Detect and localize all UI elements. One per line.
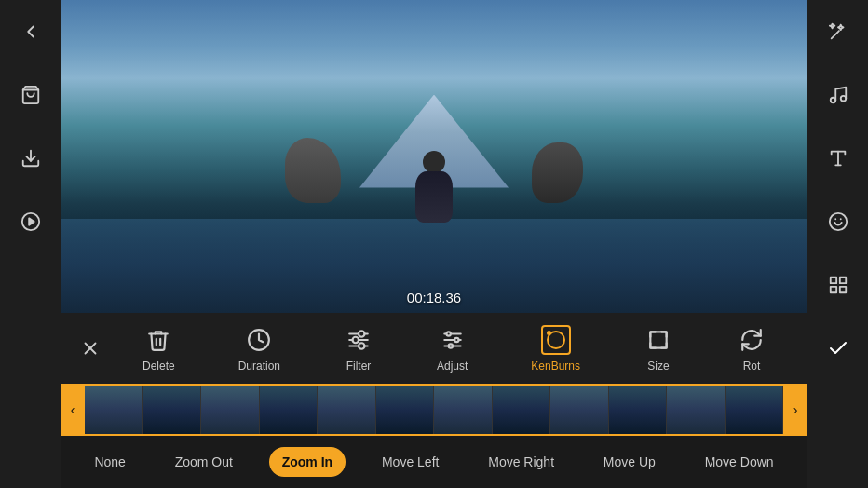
person-head <box>423 151 445 173</box>
svg-point-24 <box>840 96 846 102</box>
tool-kenburns[interactable]: KenBurns <box>523 319 588 378</box>
magic-button[interactable] <box>820 13 857 50</box>
option-move-up[interactable]: Move Up <box>590 447 669 477</box>
kenburns-label: KenBurns <box>531 359 580 373</box>
text-button[interactable] <box>820 140 857 177</box>
size-label: Size <box>647 359 669 373</box>
play-button[interactable] <box>12 203 49 240</box>
timeline-arrow-left[interactable]: ‹ <box>61 384 85 436</box>
timeline-frame <box>143 386 202 434</box>
download-button[interactable] <box>12 140 49 177</box>
svg-point-19 <box>446 332 450 335</box>
options-bar: None Zoom Out Zoom In Move Left Move Rig… <box>61 436 807 488</box>
time-display: 00:18.36 <box>407 290 461 305</box>
timeline-arrow-right[interactable]: › <box>783 384 807 436</box>
tool-delete[interactable]: Delete <box>135 319 183 378</box>
tool-size[interactable]: Size <box>636 319 681 378</box>
svg-point-27 <box>829 213 846 230</box>
tool-items: Delete Duration <box>111 319 798 378</box>
timeline-frame <box>609 386 668 434</box>
timeline-frame <box>726 386 784 434</box>
svg-rect-31 <box>839 278 845 283</box>
kenburns-icon <box>541 325 571 355</box>
svg-marker-3 <box>29 218 34 224</box>
timeline-frames <box>85 384 783 436</box>
svg-rect-30 <box>830 278 835 283</box>
shop-button[interactable] <box>12 76 49 114</box>
close-button[interactable] <box>70 328 111 369</box>
music-button[interactable] <box>820 76 857 114</box>
svg-point-23 <box>830 98 835 103</box>
filter-label: Filter <box>346 359 372 373</box>
timeline-frame <box>667 386 726 434</box>
clock-icon <box>244 325 274 355</box>
timeline-frame <box>434 386 493 434</box>
emoji-button[interactable] <box>820 203 857 240</box>
timeline-frame <box>85 386 143 434</box>
video-preview: 00:18.36 <box>61 0 807 313</box>
tool-duration[interactable]: Duration <box>231 319 288 378</box>
template-button[interactable] <box>820 266 857 304</box>
option-none[interactable]: None <box>81 447 138 477</box>
adjust-label: Adjust <box>437 359 468 373</box>
tool-adjust[interactable]: Adjust <box>429 319 475 378</box>
option-move-left[interactable]: Move Left <box>369 447 452 477</box>
filter-icon <box>344 325 373 355</box>
rot-label: Rot <box>743 359 761 373</box>
left-sidebar <box>0 0 61 488</box>
option-move-right[interactable]: Move Right <box>475 447 567 477</box>
main-content: 00:18.36 Delete <box>61 0 807 488</box>
delete-label: Delete <box>142 359 175 373</box>
timeline-frame <box>493 386 551 434</box>
check-button[interactable] <box>820 330 857 367</box>
option-zoom-in[interactable]: Zoom In <box>269 447 346 477</box>
rotate-icon <box>737 325 766 355</box>
duration-label: Duration <box>238 359 280 373</box>
right-sidebar <box>807 0 868 488</box>
person-figure <box>411 151 457 225</box>
timeline-frame <box>318 386 376 434</box>
svg-rect-22 <box>650 332 666 347</box>
back-button[interactable] <box>12 13 49 50</box>
timeline-frame <box>201 386 260 434</box>
trash-icon <box>143 325 173 355</box>
svg-point-20 <box>454 337 458 341</box>
svg-rect-32 <box>830 287 835 292</box>
adjust-icon <box>438 325 468 355</box>
toolbar: Delete Duration <box>61 313 807 384</box>
svg-rect-33 <box>839 287 845 292</box>
tool-filter[interactable]: Filter <box>336 319 381 378</box>
timeline-strip: ‹ › <box>61 384 807 436</box>
timeline-frame <box>376 386 435 434</box>
timeline-frame <box>260 386 319 434</box>
tool-rot[interactable]: Rot <box>729 319 774 378</box>
size-icon <box>644 325 673 355</box>
timeline-frame <box>550 386 609 434</box>
option-move-down[interactable]: Move Down <box>692 447 787 477</box>
person-body <box>415 171 453 223</box>
option-zoom-out[interactable]: Zoom Out <box>162 447 246 477</box>
svg-point-21 <box>448 344 452 347</box>
